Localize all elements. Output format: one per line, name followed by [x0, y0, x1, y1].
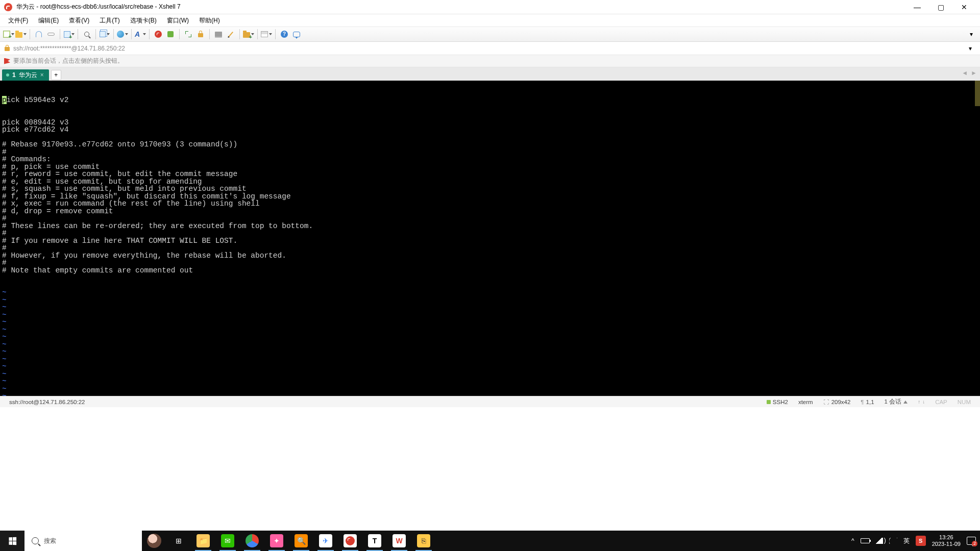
windows-taskbar: 搜索 ⊞ 📁 ✉ ✦ 🔍 ✈ T W ⎘ ^ 英 S 13:26 2023-11… [0, 531, 980, 551]
tab-close-button[interactable]: × [40, 71, 44, 79]
font-button[interactable]: A [135, 29, 146, 40]
copy-files-button[interactable] [99, 29, 110, 40]
terminal-line: # d, drop = remove commit [2, 208, 980, 215]
disconnect-button[interactable] [33, 29, 44, 40]
menu-help[interactable]: 帮助(H) [195, 15, 224, 26]
help-button[interactable]: ? [279, 29, 290, 40]
toolbar-overflow-button[interactable]: ▾ [966, 29, 977, 40]
address-overflow-button[interactable]: ▾ [965, 43, 976, 54]
xftp-button[interactable] [165, 29, 176, 40]
window-title: 华为云 - root@hcss-ecs-dbb6:/usr/local/src/… [16, 3, 181, 11]
taskbar-app-typora[interactable]: T [362, 531, 387, 551]
xagent-button[interactable] [153, 29, 164, 40]
terminal-line: # r, reword = use commit, but edit the c… [2, 170, 980, 178]
notifications-button[interactable]: 2 [967, 537, 976, 545]
address-text[interactable]: ssh://root:*************@124.71.86.250:2… [13, 45, 125, 52]
clock-date: 2023-11-09 [932, 541, 961, 547]
volume-icon[interactable] [876, 538, 883, 544]
find-button[interactable] [81, 29, 92, 40]
notification-badge: 2 [972, 541, 977, 546]
title-bar: 华为云 - root@hcss-ecs-dbb6:/usr/local/src/… [0, 0, 980, 14]
properties-button[interactable] [63, 29, 75, 40]
cursor: p [2, 96, 7, 104]
close-button[interactable]: ✕ [952, 0, 976, 14]
status-size: ⛶209x42 [818, 396, 856, 407]
terminal-tilde: ~ [2, 348, 980, 356]
new-session-button[interactable] [3, 29, 14, 40]
task-view-button[interactable]: ⊞ [166, 531, 191, 551]
terminal-line: # Rebase 9170e93..e77cd62 onto 9170e93 (… [2, 141, 980, 148]
terminal-line: # f, fixup = like "squash", but discard … [2, 193, 980, 201]
taskbar-search[interactable]: 搜索 [24, 531, 142, 551]
layout-button[interactable] [261, 29, 272, 40]
terminal-tilde: ~ [2, 289, 980, 296]
maximize-button[interactable]: ▢ [929, 0, 952, 14]
battery-icon[interactable] [861, 538, 870, 543]
search-icon [32, 537, 39, 544]
terminal-tilde: ~ [2, 356, 980, 363]
taskbar-app-wps[interactable]: W [387, 531, 411, 551]
script-folder-button[interactable] [243, 29, 254, 40]
status-arrows[interactable]: ↑↓ [913, 396, 930, 407]
fullscreen-button[interactable] [183, 29, 194, 40]
menu-tabs[interactable]: 选项卡(B) [126, 15, 161, 26]
log-button[interactable] [213, 29, 224, 40]
menu-file[interactable]: 文件(F) [4, 15, 32, 26]
terminal-line: ick b5964e3 v2 [7, 96, 69, 104]
taskbar-app-pink[interactable]: ✦ [264, 531, 289, 551]
menu-edit[interactable]: 编辑(E) [34, 15, 63, 26]
taskbar-app-everything[interactable]: 🔍 [289, 531, 313, 551]
taskbar-app-wechat[interactable]: ✉ [215, 531, 240, 551]
menu-window[interactable]: 窗口(W) [163, 15, 193, 26]
open-button[interactable] [15, 29, 27, 40]
ime-indicator[interactable]: S [916, 536, 926, 546]
minimize-button[interactable]: — [905, 0, 929, 14]
tab-next-button[interactable]: ► [971, 69, 977, 77]
cortana-button[interactable] [142, 534, 166, 548]
clock[interactable]: 13:26 2023-11-09 [932, 534, 961, 547]
terminal-scrollbar[interactable] [975, 81, 980, 396]
tab-prev-button[interactable]: ◄ [962, 69, 968, 77]
start-button[interactable] [0, 531, 24, 551]
tab-add-button[interactable]: + [51, 70, 61, 80]
menu-view[interactable]: 查看(V) [65, 15, 93, 26]
feedback-button[interactable] [291, 29, 302, 40]
taskbar-app-feishu[interactable]: ✈ [313, 531, 338, 551]
terminal-tilde: ~ [2, 370, 980, 378]
terminal-line: # x, exec = run command (the rest of the… [2, 200, 980, 208]
hint-bar: 要添加当前会话，点击左侧的箭头按钮。 [0, 55, 980, 67]
web-button[interactable] [117, 29, 128, 40]
menu-tools[interactable]: 工具(T) [95, 15, 124, 26]
session-tab[interactable]: 1 华为云 × [2, 69, 49, 81]
terminal-tilde: ~ [2, 326, 980, 334]
wifi-icon[interactable] [889, 538, 897, 544]
terminal[interactable]: pick b5964e3 v2 pick 0089442 v3pick e77c… [0, 81, 980, 396]
tray-overflow-button[interactable]: ^ [851, 537, 854, 544]
tab-index: 1 [12, 71, 16, 79]
reconnect-button[interactable] [45, 29, 57, 40]
system-tray: ^ 英 S 13:26 2023-11-09 2 [851, 531, 980, 551]
tab-row: 1 华为云 × + ◄ ► [0, 67, 980, 81]
terminal-line: # [2, 215, 980, 222]
clock-time: 13:26 [932, 534, 961, 541]
terminal-tilde: ~ [2, 296, 980, 304]
ime-lang[interactable]: 英 [903, 537, 910, 545]
highlight-button[interactable] [225, 29, 236, 40]
terminal-line: # [2, 244, 980, 252]
taskbar-app-xshell[interactable]: ⎘ [411, 531, 436, 551]
status-sessions[interactable]: 1 会话 [879, 396, 913, 407]
taskbar-app-chrome[interactable] [240, 531, 264, 551]
status-cap: CAP [930, 396, 952, 407]
terminal-tilde: ~ [2, 304, 980, 311]
hint-text: 要添加当前会话，点击左侧的箭头按钮。 [13, 57, 124, 65]
terminal-line: # [2, 259, 980, 267]
terminal-line: # e, edit = use commit, but stop for ame… [2, 178, 980, 186]
terminal-tilde: ~ [2, 378, 980, 385]
lock-icon [4, 45, 10, 52]
terminal-line: pick 0089442 v3 [2, 119, 980, 127]
terminal-line: # However, if you remove everything, the… [2, 252, 980, 260]
terminal-line: # s, squash = use commit, but meld into … [2, 185, 980, 193]
taskbar-app-explorer[interactable]: 📁 [191, 531, 215, 551]
lock-button[interactable] [195, 29, 206, 40]
taskbar-app-red[interactable] [338, 531, 362, 551]
